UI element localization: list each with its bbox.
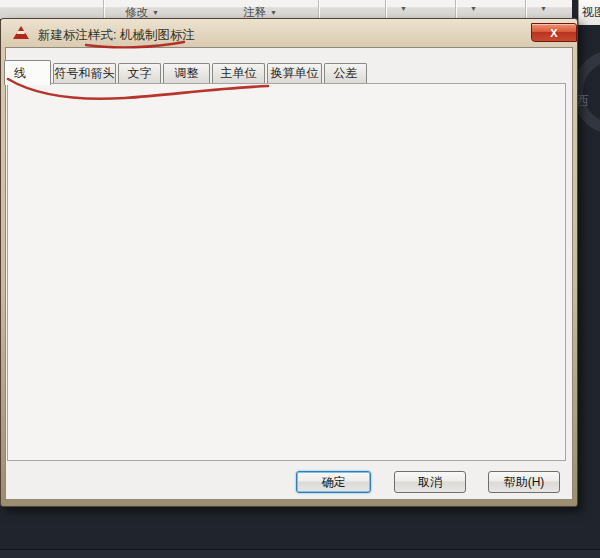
ok-button[interactable]: 确定	[296, 471, 371, 493]
tab-text[interactable]: 文字	[118, 63, 161, 83]
tab-primary-units[interactable]: 主单位	[212, 63, 265, 83]
new-dimension-style-dialog: 新建标注样式: 机械制图标注 X 线 符号和箭头 文字 调整 主单位 换算单位 …	[0, 18, 578, 507]
ribbon-panel-expander[interactable]: ▼	[470, 5, 477, 12]
dialog-title: 新建标注样式: 机械制图标注	[38, 27, 195, 44]
statusbar-strip	[0, 549, 600, 558]
tabpage-line	[7, 83, 566, 461]
ribbon-panel-expander[interactable]: ▼	[540, 5, 547, 12]
ribbon-tab-view[interactable]: 视图	[578, 0, 600, 25]
chevron-down-icon: ▼	[470, 5, 477, 12]
ribbon-panel-expander[interactable]: ▼	[400, 5, 407, 12]
close-button[interactable]: X	[531, 23, 577, 42]
chevron-down-icon: ▼	[400, 5, 407, 12]
chevron-down-icon: ▼	[270, 9, 277, 16]
cancel-button[interactable]: 取消	[394, 471, 466, 493]
tab-fit[interactable]: 调整	[163, 63, 210, 83]
ribbon-separator	[455, 0, 456, 19]
ribbon-strip: 修改 ▼ 注释 ▼ ▼ ▼ ▼	[0, 0, 572, 19]
chevron-down-icon: ▼	[152, 9, 159, 16]
chevron-down-icon: ▼	[540, 5, 547, 12]
screenshot-stage: 修改 ▼ 注释 ▼ ▼ ▼ ▼ 视图 西 新建标注样式: 机械制图标注 X 线 …	[0, 0, 600, 558]
ribbon-separator	[103, 0, 104, 19]
tab-tolerances[interactable]: 公差	[324, 63, 367, 83]
tab-alternate-units[interactable]: 换算单位	[267, 63, 322, 83]
ribbon-separator	[525, 0, 526, 19]
ribbon-separator	[318, 0, 319, 19]
ribbon-separator	[385, 0, 386, 19]
help-button[interactable]: 帮助(H)	[488, 471, 560, 493]
tab-symbols-arrows[interactable]: 符号和箭头	[53, 63, 116, 83]
tab-line[interactable]: 线	[4, 60, 51, 85]
dialog-titlebar[interactable]: 新建标注样式: 机械制图标注 X	[4, 21, 574, 47]
autocad-logo-icon	[13, 26, 29, 39]
